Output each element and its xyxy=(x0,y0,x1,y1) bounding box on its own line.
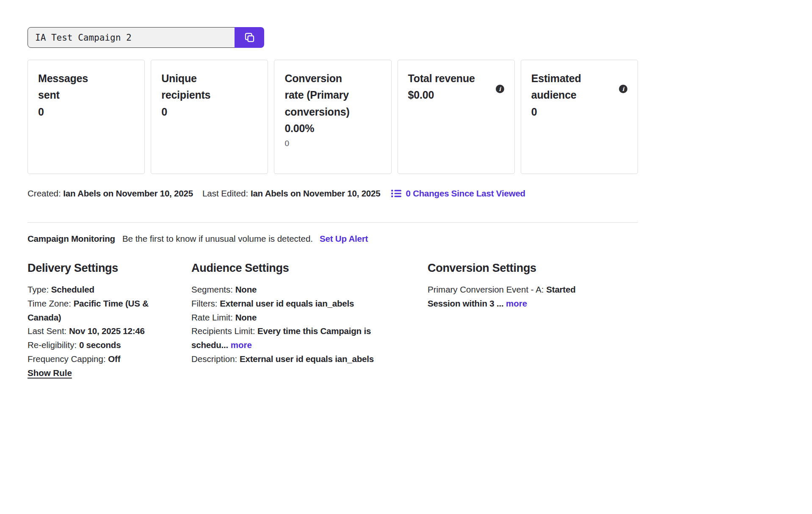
stat-title: Unique recipients xyxy=(161,70,230,104)
conversion-settings-body: Primary Conversion Event - A: Started Se… xyxy=(428,283,610,311)
delivery-type-line: Type: Scheduled xyxy=(28,283,164,297)
audience-filters-label: Filters: xyxy=(191,298,218,308)
changelog-list-icon xyxy=(391,189,401,198)
info-icon[interactable]: i xyxy=(619,85,627,93)
set-up-alert-link[interactable]: Set Up Alert xyxy=(320,234,368,244)
recipients-limit-more-link[interactable]: more xyxy=(231,340,252,350)
conversion-settings-section: Conversion Settings Primary Conversion E… xyxy=(428,262,638,380)
stat-card-estimated-audience: Estimated audience 0 i xyxy=(521,60,638,174)
delivery-frequency-capping-line: Frequency Capping: Off xyxy=(28,352,164,366)
stat-value: 0 xyxy=(531,104,627,120)
audience-recipients-limit-line: Recipients Limit: Every time this Campai… xyxy=(191,324,393,352)
created-info: Created: Ian Abels on November 10, 2025 xyxy=(28,188,193,199)
campaign-detail-page: Messages sent 0 Unique recipients 0 Conv… xyxy=(0,0,666,380)
campaign-monitoring-title: Campaign Monitoring xyxy=(28,234,115,244)
delivery-frequency-capping-value: Off xyxy=(108,354,120,364)
primary-conversion-event-label: Primary Conversion Event - A: xyxy=(428,285,544,294)
primary-conversion-event-line: Primary Conversion Event - A: Started Se… xyxy=(428,283,610,311)
stat-value: 0.00% xyxy=(284,120,381,137)
stat-title: Conversion rate (Primary conversions) xyxy=(284,70,353,120)
delivery-re-eligibility-line: Re-eligibility: 0 seconds xyxy=(28,338,164,352)
stat-card-unique-recipients: Unique recipients 0 xyxy=(151,60,268,174)
delivery-settings-body: Type: Scheduled Time Zone: Pacific Time … xyxy=(28,283,164,380)
delivery-timezone-line: Time Zone: Pacific Time (US & Canada) xyxy=(28,297,164,325)
show-rule-line: Show Rule xyxy=(28,366,164,380)
audience-description-line: Description: External user id equals ian… xyxy=(191,352,393,366)
delivery-timezone-label: Time Zone: xyxy=(28,298,71,308)
stats-row: Messages sent 0 Unique recipients 0 Conv… xyxy=(28,60,638,174)
primary-conversion-event-more-link[interactable]: more xyxy=(506,298,527,308)
audience-filters-value: External user id equals ian_abels xyxy=(220,298,354,308)
audience-settings-section: Audience Settings Segments: None Filters… xyxy=(191,262,428,380)
stat-card-conversion-rate: Conversion rate (Primary conversions) 0.… xyxy=(274,60,391,174)
section-divider xyxy=(28,222,638,223)
copy-icon xyxy=(244,32,255,43)
delivery-last-sent-value: Nov 10, 2025 12:46 xyxy=(69,326,145,336)
audience-settings-heading: Audience Settings xyxy=(191,262,428,275)
stat-card-messages-sent: Messages sent 0 xyxy=(28,60,145,174)
created-label: Created: xyxy=(28,188,61,198)
show-rule-link[interactable]: Show Rule xyxy=(28,366,72,380)
last-edited-value: Ian Abels on November 10, 2025 xyxy=(251,188,381,198)
audience-description-value: External user id equals ian_abels xyxy=(240,354,374,364)
delivery-frequency-capping-label: Frequency Capping: xyxy=(28,354,106,364)
delivery-type-label: Type: xyxy=(28,285,49,294)
audience-settings-body: Segments: None Filters: External user id… xyxy=(191,283,393,366)
stat-value: 0 xyxy=(161,104,257,120)
audience-rate-limit-label: Rate Limit: xyxy=(191,312,233,322)
delivery-last-sent-label: Last Sent: xyxy=(28,326,66,336)
delivery-settings-section: Delivery Settings Type: Scheduled Time Z… xyxy=(28,262,191,380)
campaign-detail-content: Messages sent 0 Unique recipients 0 Conv… xyxy=(28,27,638,380)
stat-secondary-value: 0 xyxy=(284,137,381,150)
audience-segments-value: None xyxy=(235,285,257,294)
audience-rate-limit-value: None xyxy=(235,312,257,322)
delivery-settings-heading: Delivery Settings xyxy=(28,262,191,275)
campaign-name-row xyxy=(28,27,638,48)
audience-recipients-limit-label: Recipients Limit: xyxy=(191,326,255,336)
stat-title: Total revenue xyxy=(408,70,477,87)
audience-segments-label: Segments: xyxy=(191,285,233,294)
delivery-re-eligibility-value: 0 seconds xyxy=(79,340,121,350)
delivery-type-value: Scheduled xyxy=(51,285,94,294)
changes-link-label: 0 Changes Since Last Viewed xyxy=(406,188,525,199)
delivery-re-eligibility-label: Re-eligibility: xyxy=(28,340,77,350)
stat-value: $0.00 xyxy=(408,87,504,103)
audience-rate-limit-line: Rate Limit: None xyxy=(191,311,393,325)
campaign-name-input[interactable] xyxy=(28,27,235,48)
campaign-monitoring-row: Campaign Monitoring Be the first to know… xyxy=(28,234,638,244)
stat-title: Messages sent xyxy=(38,70,107,104)
stat-card-total-revenue: Total revenue $0.00 i xyxy=(398,60,515,174)
info-icon[interactable]: i xyxy=(496,85,504,93)
copy-campaign-name-button[interactable] xyxy=(235,27,264,48)
settings-grid: Delivery Settings Type: Scheduled Time Z… xyxy=(28,262,638,380)
last-edited-label: Last Edited: xyxy=(202,188,248,198)
changes-since-last-viewed-link[interactable]: 0 Changes Since Last Viewed xyxy=(391,188,525,199)
created-value: Ian Abels on November 10, 2025 xyxy=(63,188,193,198)
stat-title: Estimated audience xyxy=(531,70,600,104)
audience-description-label: Description: xyxy=(191,354,237,364)
delivery-last-sent-line: Last Sent: Nov 10, 2025 12:46 xyxy=(28,324,164,338)
last-edited-info: Last Edited: Ian Abels on November 10, 2… xyxy=(202,188,381,199)
stat-value: 0 xyxy=(38,104,134,120)
campaign-meta-row: Created: Ian Abels on November 10, 2025 … xyxy=(28,188,638,199)
audience-segments-line: Segments: None xyxy=(191,283,393,297)
audience-filters-line: Filters: External user id equals ian_abe… xyxy=(191,297,393,311)
conversion-settings-heading: Conversion Settings xyxy=(428,262,638,275)
campaign-monitoring-description: Be the first to know if unusual volume i… xyxy=(122,234,313,244)
